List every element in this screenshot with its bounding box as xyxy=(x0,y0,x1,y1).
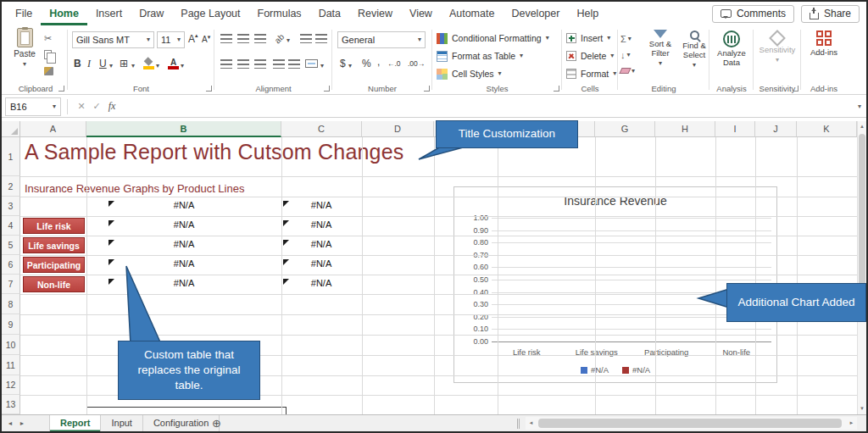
row-header-9[interactable]: 9 xyxy=(2,314,20,335)
shrink-text-icon[interactable] xyxy=(315,34,327,43)
column-header-c[interactable]: C xyxy=(281,121,362,137)
font-dialog-launcher-icon[interactable] xyxy=(206,86,212,92)
increase-font-size-button[interactable]: A▴ xyxy=(188,33,198,45)
sheet-tab-report[interactable]: Report xyxy=(49,415,101,432)
row-header-3[interactable]: 3 xyxy=(2,197,20,216)
alignment-dialog-launcher-icon[interactable] xyxy=(324,86,330,92)
scroll-up-icon[interactable]: ▲ xyxy=(858,121,866,132)
sensitivity-button[interactable]: Sensitivity ▾ xyxy=(757,31,798,64)
clear-button[interactable]: ▾ xyxy=(620,64,635,77)
italic-button[interactable]: I xyxy=(87,58,91,70)
conditional-formatting-button[interactable]: Conditional Formatting▾ xyxy=(437,31,559,45)
ribbon-tab-data[interactable]: Data xyxy=(310,2,349,25)
scroll-right-icon[interactable]: ► xyxy=(846,417,857,430)
cancel-icon[interactable]: ✕ xyxy=(74,101,89,112)
ribbon-tab-insert[interactable]: Insert xyxy=(87,2,131,25)
ribbon-tab-developer[interactable]: Developer xyxy=(503,2,568,25)
addins-button[interactable]: Add-ins xyxy=(805,31,843,58)
sheet-nav-left-icon[interactable]: ◄ xyxy=(5,415,15,432)
ribbon-tab-file[interactable]: File xyxy=(7,2,41,25)
align-bottom-icon[interactable] xyxy=(254,34,266,43)
styles-dialog-launcher-icon[interactable] xyxy=(554,86,559,92)
format-painter-button[interactable] xyxy=(44,64,53,77)
row-header-5[interactable]: 5 xyxy=(2,236,20,255)
column-header-h[interactable]: H xyxy=(655,121,715,137)
row-header-13[interactable]: 13 xyxy=(2,395,20,414)
column-header-j[interactable]: J xyxy=(755,121,797,137)
comma-style-button[interactable]: , xyxy=(377,56,380,68)
format-as-table-button[interactable]: Format as Table▾ xyxy=(437,49,559,63)
ribbon-tab-formulas[interactable]: Formulas xyxy=(249,2,310,25)
vertical-scroll-thumb[interactable] xyxy=(859,134,865,286)
clipboard-dialog-launcher-icon[interactable] xyxy=(58,86,64,92)
chevron-down-icon[interactable]: ▾ xyxy=(181,63,184,69)
ribbon-tab-view[interactable]: View xyxy=(401,2,441,25)
horizontal-scroll-thumb[interactable] xyxy=(538,419,842,428)
wrap-text-icon[interactable] xyxy=(300,34,312,43)
scroll-down-icon[interactable]: ▼ xyxy=(858,403,866,414)
row-header-8[interactable]: 8 xyxy=(2,294,20,314)
share-button[interactable]: Share xyxy=(801,5,860,23)
underline-button[interactable]: U xyxy=(99,58,107,69)
percent-style-button[interactable]: % xyxy=(362,58,371,69)
select-all-corner[interactable] xyxy=(2,121,20,137)
vertical-scrollbar[interactable]: ▲ ▼ xyxy=(857,121,866,414)
enter-icon[interactable]: ✓ xyxy=(89,101,104,112)
insert-cells-button[interactable]: Insert▾ xyxy=(566,31,615,45)
column-header-k[interactable]: K xyxy=(797,121,857,137)
align-right-icon[interactable] xyxy=(254,59,266,69)
sort-filter-button[interactable]: Sort & Filter ▾ xyxy=(643,30,678,67)
column-header-i[interactable]: I xyxy=(715,121,755,137)
ribbon-tab-review[interactable]: Review xyxy=(349,2,401,25)
bold-button[interactable]: B xyxy=(74,58,81,69)
align-center-icon[interactable] xyxy=(237,59,249,69)
ribbon-tab-draw[interactable]: Draw xyxy=(131,2,172,25)
formula-bar-expand-icon[interactable]: ▾ xyxy=(858,103,861,110)
chevron-down-icon[interactable]: ▾ xyxy=(109,63,113,69)
increase-indent-icon[interactable] xyxy=(288,59,300,69)
number-dialog-launcher-icon[interactable] xyxy=(424,86,430,92)
accounting-format-button[interactable]: $ xyxy=(340,58,346,69)
font-name-select[interactable]: Gill Sans MT ▾ xyxy=(72,31,154,48)
delete-cells-button[interactable]: Delete▾ xyxy=(566,49,615,63)
cell-styles-button[interactable]: Cell Styles▾ xyxy=(437,67,559,80)
name-box[interactable]: B16 ▾ xyxy=(5,97,61,116)
decrease-indent-icon[interactable] xyxy=(273,59,285,69)
comments-button[interactable]: Comments xyxy=(712,5,794,23)
row-header-7[interactable]: 7 xyxy=(2,275,20,294)
column-header-d[interactable]: D xyxy=(362,121,434,137)
font-color-button[interactable]: A xyxy=(168,58,179,69)
number-format-select[interactable]: General ▾ xyxy=(337,31,426,48)
tab-scrollbar-splitter[interactable] xyxy=(517,419,520,429)
scroll-left-icon[interactable]: ◄ xyxy=(526,417,537,430)
row-header-6[interactable]: 6 xyxy=(2,255,20,275)
row-header-10[interactable]: 10 xyxy=(2,335,20,355)
align-middle-icon[interactable] xyxy=(237,34,249,43)
align-left-icon[interactable] xyxy=(220,59,232,69)
row-header-12[interactable]: 12 xyxy=(2,375,20,395)
format-cells-button[interactable]: Format▾ xyxy=(566,67,615,80)
row-header-4[interactable]: 4 xyxy=(2,216,20,236)
column-header-g[interactable]: G xyxy=(595,121,655,137)
sheet-tab-input[interactable]: Input xyxy=(101,415,142,432)
row-header-2[interactable]: 2 xyxy=(2,176,20,197)
new-sheet-button[interactable]: ⊕ xyxy=(210,417,223,430)
row-header-11[interactable]: 11 xyxy=(2,355,20,375)
chevron-down-icon[interactable]: ▾ xyxy=(287,37,290,44)
borders-button[interactable]: ⊞ xyxy=(120,58,128,69)
font-size-select[interactable]: 11 ▾ xyxy=(157,31,185,48)
decrease-decimal-button[interactable]: .00→ xyxy=(408,59,425,68)
cut-button[interactable]: ✂ xyxy=(44,32,53,45)
merge-center-icon[interactable] xyxy=(305,59,318,68)
insert-function-icon[interactable]: fx xyxy=(104,100,120,113)
autosum-button[interactable]: Σ▾ xyxy=(620,32,635,45)
ribbon-tab-home[interactable]: Home xyxy=(41,2,87,25)
ribbon-tab-help[interactable]: Help xyxy=(568,2,607,25)
chevron-down-icon[interactable]: ▾ xyxy=(348,63,352,69)
sensitivity-dialog-launcher-icon[interactable] xyxy=(793,86,798,92)
ribbon-tab-page-layout[interactable]: Page Layout xyxy=(172,2,248,25)
orientation-icon[interactable]: ab xyxy=(273,32,287,46)
chevron-down-icon[interactable]: ▾ xyxy=(156,63,159,69)
sheet-tab-configuration[interactable]: Configuration xyxy=(143,415,220,432)
fill-button[interactable]: ↓▾ xyxy=(620,48,635,61)
